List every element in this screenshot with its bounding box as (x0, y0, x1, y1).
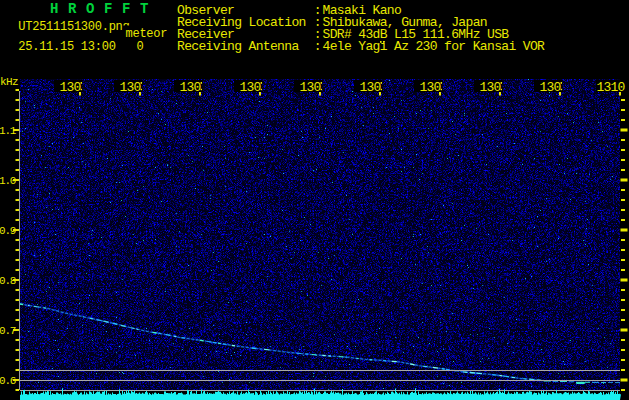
svg-text:0.9: 0.9 (0, 225, 16, 237)
svg-text:130: 130 (239, 80, 260, 95)
svg-text:1310: 1310 (597, 80, 625, 95)
svg-text:0: 0 (137, 40, 144, 54)
svg-text::: : (314, 39, 321, 54)
svg-text:kHz: kHz (0, 76, 18, 88)
svg-text:0.8: 0.8 (0, 275, 16, 287)
svg-text:0.7: 0.7 (0, 325, 16, 337)
svg-text:1.0: 1.0 (0, 175, 16, 187)
svg-text:130: 130 (359, 80, 380, 95)
svg-text:UT2511151300.png: UT2511151300.png (18, 20, 129, 34)
svg-text:H R O F F T: H R O F F T (50, 1, 149, 17)
svg-text:Receiving Antenna: Receiving Antenna (177, 39, 299, 54)
svg-text:1.1: 1.1 (0, 125, 17, 137)
svg-text:0.6: 0.6 (0, 375, 16, 387)
svg-text:130: 130 (119, 80, 140, 95)
svg-text:25.11.15 13:00: 25.11.15 13:00 (18, 40, 115, 54)
svg-text:130: 130 (59, 80, 80, 95)
svg-text:130: 130 (179, 80, 200, 95)
svg-text:130: 130 (419, 80, 440, 95)
svg-text:130: 130 (479, 80, 500, 95)
svg-text:130: 130 (539, 80, 560, 95)
svg-text:meteor: meteor (126, 27, 168, 41)
svg-text:130: 130 (299, 80, 320, 95)
svg-text:4ele Yagi Az 230 for Kansai VO: 4ele Yagi Az 230 for Kansai VOR (323, 39, 546, 54)
